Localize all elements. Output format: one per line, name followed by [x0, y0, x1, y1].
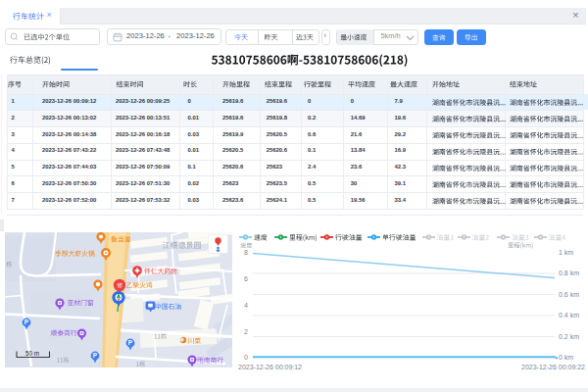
svg-text:2: 2	[244, 328, 248, 335]
svg-text:8: 8	[244, 249, 248, 256]
svg-text:0.8 km: 0.8 km	[559, 270, 579, 276]
svg-text:P: P	[24, 318, 29, 325]
svg-text:4: 4	[244, 302, 248, 309]
svg-text:0.4 km: 0.4 km	[559, 312, 579, 318]
svg-text:1 km: 1 km	[559, 249, 573, 256]
svg-text:2023-12-26 00:09:12: 2023-12-26 00:09:12	[238, 364, 302, 370]
svg-text:2023-12-26 00:09:22: 2023-12-26 00:09:22	[521, 364, 585, 370]
svg-text:P: P	[128, 339, 133, 346]
svg-text:0.2 km: 0.2 km	[559, 333, 579, 340]
svg-text:0.6 km: 0.6 km	[559, 291, 579, 298]
svg-text:0: 0	[244, 354, 248, 361]
svg-text:50 m: 50 m	[25, 350, 39, 357]
svg-text:0 km: 0 km	[559, 354, 573, 361]
svg-text:6: 6	[244, 275, 248, 282]
svg-text:P: P	[93, 352, 98, 359]
